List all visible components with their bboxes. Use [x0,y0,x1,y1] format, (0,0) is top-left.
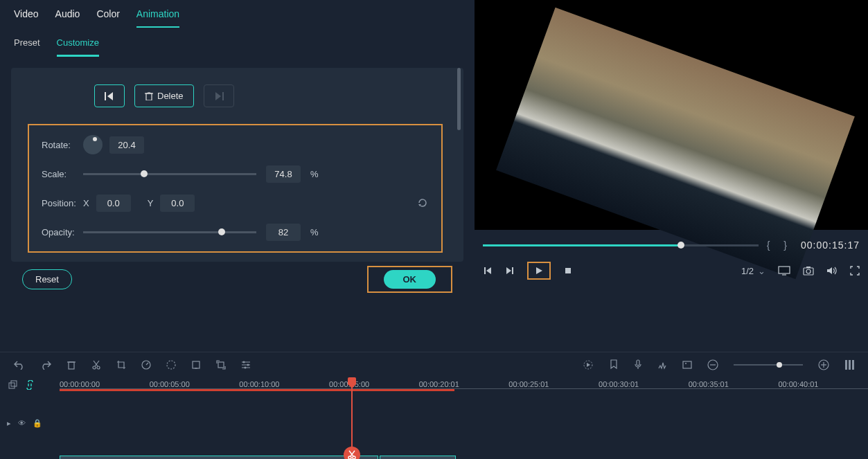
preview-image[interactable] [496,8,855,279]
preview-progress[interactable] [483,244,759,246]
speed-selector[interactable]: 1/2 ⌄ [741,266,765,276]
ruler-tick: 00:00:25:01 [508,380,599,388]
svg-rect-40 [637,360,639,366]
pos-x-value[interactable]: 0.0 [96,195,131,212]
play-icon[interactable] [534,266,544,276]
svg-marker-9 [486,267,491,274]
audio-mixer-icon[interactable] [657,360,667,370]
video-clip-2[interactable]: A0BB...857E [380,456,456,459]
scale-unit: % [310,169,319,179]
subtab-preset[interactable]: Preset [14,37,40,57]
svg-rect-13 [565,268,571,273]
svg-point-37 [245,367,247,369]
svg-rect-48 [845,360,847,370]
pos-y-label: Y [148,198,154,208]
position-reset-icon[interactable] [416,197,429,209]
display-icon[interactable] [778,266,790,276]
svg-point-54 [353,456,355,459]
preview-timecode: 00:00:15:17 [801,240,860,251]
zoom-slider[interactable] [734,364,803,366]
cut-icon[interactable] [91,360,101,370]
subtab-customize[interactable]: Customize [57,37,99,57]
delete-label: Delete [157,91,184,101]
pos-x-label: X [83,198,89,208]
scrollbar-thumb[interactable] [457,68,461,130]
svg-rect-14 [779,267,790,273]
track-lock-icon[interactable]: 🔒 [33,419,42,428]
speed-value: 1/2 [741,266,754,276]
rotate-value[interactable]: 20.4 [109,136,144,154]
settings-icon[interactable] [241,360,251,370]
tracks-add-icon[interactable] [8,380,18,390]
svg-point-23 [97,366,100,369]
tab-color[interactable]: Color [96,8,119,28]
greenscreen-icon[interactable] [191,360,201,370]
zoom-out-icon[interactable] [707,359,718,370]
fullscreen-icon[interactable] [850,266,860,276]
playhead[interactable] [351,377,353,459]
opacity-unit: % [310,227,319,237]
scale-slider[interactable] [83,173,256,175]
svg-point-28 [167,361,175,369]
link-icon[interactable] [25,380,35,390]
svg-point-17 [806,269,811,273]
svg-marker-5 [215,92,221,100]
scale-value[interactable]: 74.8 [266,165,301,183]
tab-animation[interactable]: Animation [136,8,179,28]
svg-point-35 [243,361,245,363]
svg-rect-20 [69,362,74,369]
svg-rect-11 [512,267,513,274]
step-forward-icon[interactable] [505,266,515,276]
opacity-value[interactable]: 82 [266,224,301,241]
mic-icon[interactable] [634,359,642,370]
redo-icon[interactable] [40,360,51,370]
stop-icon[interactable] [563,266,573,276]
svg-rect-31 [218,362,224,368]
time-ruler[interactable]: 00:00:00:00 00:00:05:00 00:00:10:00 00:0… [60,377,868,388]
svg-marker-19 [827,267,832,274]
ruler-tick: 00:00:05:00 [150,380,240,388]
track-visibility-icon[interactable]: 👁 [18,419,26,428]
svg-point-22 [93,366,96,369]
render-icon[interactable] [583,359,594,370]
video-clip-1[interactable]: 14279B54-77D7-46B0-8922-AE67BE5DB047 [60,456,378,459]
svg-marker-12 [536,267,542,274]
picture-icon[interactable] [682,360,692,370]
scissors-icon[interactable] [344,447,360,459]
svg-rect-8 [484,267,486,274]
rotate-label: Rotate: [42,140,83,150]
zoom-fit-icon[interactable] [844,359,854,370]
track-menu-icon[interactable]: ▸ [7,419,11,428]
zoom-in-icon[interactable] [818,359,829,370]
undo-icon[interactable] [14,360,25,370]
svg-rect-18 [806,267,811,268]
crop-icon[interactable] [116,360,126,370]
ok-button[interactable]: OK [384,270,436,289]
tab-audio[interactable]: Audio [55,8,80,28]
svg-rect-52 [11,381,17,386]
ruler-tick: 00:00:10:00 [239,380,329,388]
step-back-icon[interactable] [483,266,493,276]
reset-button[interactable]: Reset [22,269,72,289]
speed-icon[interactable] [141,360,151,370]
expand-icon[interactable] [216,360,226,370]
rotate-knob[interactable] [83,135,103,154]
scale-label: Scale: [42,169,83,179]
customize-box: Delete Rotate: 20.4 Scale: 74.8 [11,68,463,262]
properties-panel: Delete Rotate: 20.4 Scale: 74.8 [0,57,475,320]
volume-icon[interactable] [826,266,838,276]
opacity-label: Opacity: [42,227,83,237]
ruler-tick: 00:00:35:01 [689,380,779,388]
delete-button[interactable]: Delete [134,84,194,107]
tab-video[interactable]: Video [14,8,39,28]
colorwheel-icon[interactable] [166,360,176,370]
snapshot-icon[interactable] [803,266,814,276]
opacity-slider[interactable] [83,231,256,233]
prev-keyframe-button[interactable] [94,84,125,107]
marker-icon[interactable] [609,359,619,370]
svg-line-27 [146,363,148,365]
trash-icon[interactable] [67,360,76,370]
timeline: 00:00:00:00 00:00:05:00 00:00:10:00 00:0… [0,377,868,459]
pos-y-value[interactable]: 0.0 [160,195,195,212]
position-label: Position: [42,198,83,208]
